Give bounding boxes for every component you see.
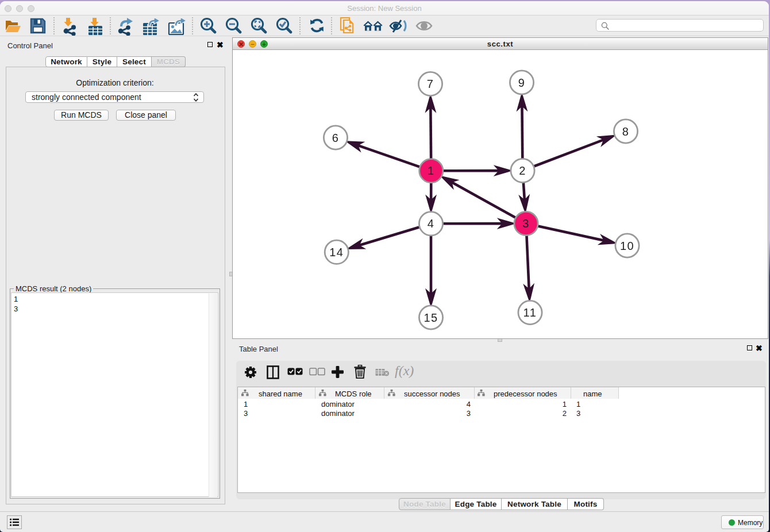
svg-text:10: 10 — [620, 240, 634, 252]
svg-text:7: 7 — [427, 78, 434, 90]
svg-text:6: 6 — [332, 132, 340, 144]
svg-text:1: 1 — [428, 164, 435, 177]
svg-text:2: 2 — [519, 164, 526, 177]
svg-text:11: 11 — [523, 306, 537, 319]
svg-text:9: 9 — [518, 76, 526, 89]
svg-text:8: 8 — [622, 125, 630, 138]
svg-text:14: 14 — [329, 246, 344, 259]
svg-text:15: 15 — [424, 311, 438, 324]
svg-text:4: 4 — [428, 217, 435, 230]
svg-text:3: 3 — [522, 217, 530, 230]
